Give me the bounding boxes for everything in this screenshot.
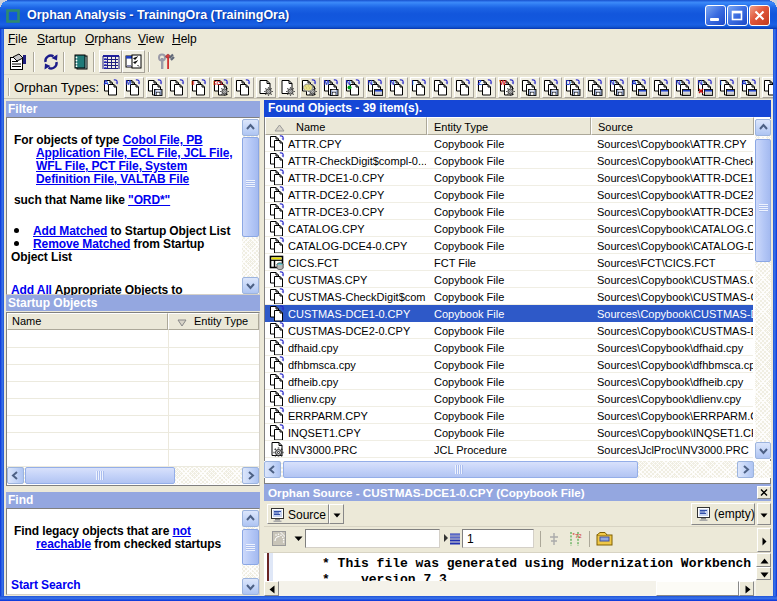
svg-text:W: W: [500, 79, 507, 86]
svg-text:ECL: ECL: [214, 80, 224, 86]
svg-text:A: A: [742, 79, 747, 86]
svg-text:I: I: [720, 79, 722, 86]
svg-text:N: N: [368, 79, 373, 86]
svg-text:N: N: [676, 79, 681, 86]
svg-text:N: N: [346, 79, 351, 86]
svg-text:N: N: [610, 79, 615, 86]
svg-text:M: M: [324, 79, 330, 86]
svg-text:A: A: [104, 79, 109, 86]
svg-text:N: N: [390, 79, 395, 86]
svg-text:I: I: [412, 79, 414, 86]
svg-text:Z: Z: [478, 79, 483, 86]
svg-text:D: D: [566, 79, 571, 86]
svg-text:M: M: [126, 79, 132, 86]
svg-text:72: 72: [575, 533, 582, 539]
svg-text:N: N: [698, 79, 703, 86]
svg-text:A: A: [632, 79, 637, 86]
